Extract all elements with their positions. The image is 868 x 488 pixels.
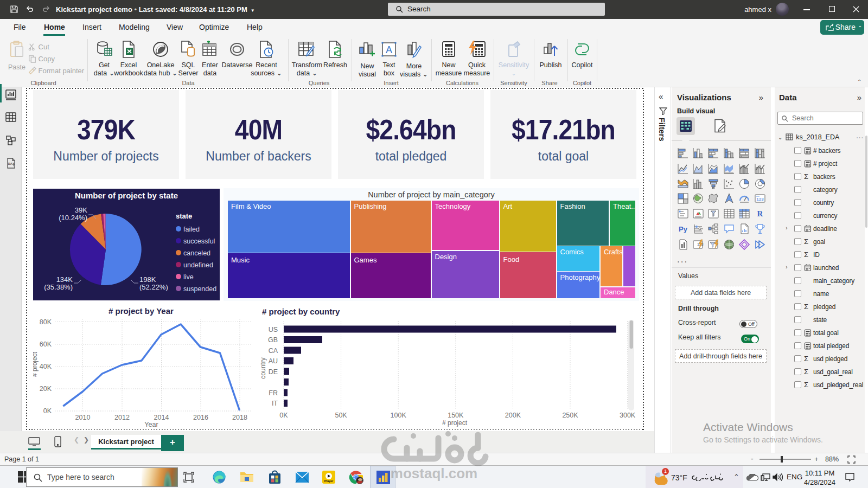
svg-text:FR: FR bbox=[269, 389, 278, 397]
svg-text:150K: 150K bbox=[448, 412, 464, 419]
svg-text:# project by country: # project by country bbox=[262, 307, 340, 316]
svg-text:CA: CA bbox=[269, 347, 278, 355]
svg-text:134K: 134K bbox=[56, 275, 73, 284]
svg-text:2018: 2018 bbox=[232, 414, 247, 421]
svg-text:40K: 40K bbox=[40, 363, 52, 370]
svg-text:country: country bbox=[259, 357, 267, 378]
svg-text:250K: 250K bbox=[562, 412, 578, 419]
svg-text:(35.38%): (35.38%) bbox=[44, 283, 73, 291]
svg-text:US: US bbox=[269, 326, 278, 333]
svg-text:Year: Year bbox=[144, 421, 158, 428]
svg-text:state: state bbox=[176, 212, 192, 220]
svg-text:live: live bbox=[183, 273, 194, 281]
svg-text:0K: 0K bbox=[279, 412, 288, 419]
svg-text:AU: AU bbox=[269, 357, 278, 365]
svg-text:successful: successful bbox=[183, 237, 215, 245]
svg-text:# project: # project bbox=[442, 419, 468, 427]
svg-text:60K: 60K bbox=[40, 341, 52, 348]
svg-text:Player: Player bbox=[324, 479, 334, 483]
svg-text:A: A bbox=[386, 44, 392, 55]
svg-text:# project by Year: # project by Year bbox=[108, 306, 174, 316]
svg-text:2016: 2016 bbox=[193, 414, 208, 421]
svg-text:200K: 200K bbox=[505, 412, 521, 419]
svg-text:100K: 100K bbox=[391, 412, 407, 419]
svg-text:39K: 39K bbox=[75, 206, 87, 214]
svg-text:123: 123 bbox=[756, 197, 764, 202]
svg-text:R: R bbox=[757, 209, 763, 218]
svg-text:(10.24%): (10.24%) bbox=[59, 214, 87, 222]
svg-text:0K: 0K bbox=[43, 407, 52, 415]
svg-text:Py: Py bbox=[679, 225, 688, 233]
svg-text:DE: DE bbox=[269, 368, 278, 376]
svg-text:(52.22%): (52.22%) bbox=[139, 283, 168, 291]
svg-text:undefined: undefined bbox=[183, 261, 213, 269]
svg-text:20K: 20K bbox=[40, 385, 52, 393]
svg-text:300K: 300K bbox=[620, 412, 636, 419]
svg-text:# project: # project bbox=[33, 351, 39, 377]
svg-text:2014: 2014 bbox=[154, 414, 169, 421]
svg-text:2010: 2010 bbox=[75, 414, 91, 421]
svg-text:failed: failed bbox=[183, 226, 200, 233]
svg-text:80K: 80K bbox=[40, 318, 52, 326]
svg-text:canceled: canceled bbox=[183, 249, 210, 257]
svg-text:GB: GB bbox=[268, 336, 278, 344]
svg-text:198K: 198K bbox=[139, 275, 156, 284]
svg-text:2012: 2012 bbox=[114, 414, 130, 421]
svg-text:IT: IT bbox=[272, 400, 278, 407]
svg-text:50K: 50K bbox=[335, 412, 347, 419]
svg-text:suspended: suspended bbox=[183, 285, 216, 293]
svg-text:Number of project by state: Number of project by state bbox=[75, 191, 178, 200]
